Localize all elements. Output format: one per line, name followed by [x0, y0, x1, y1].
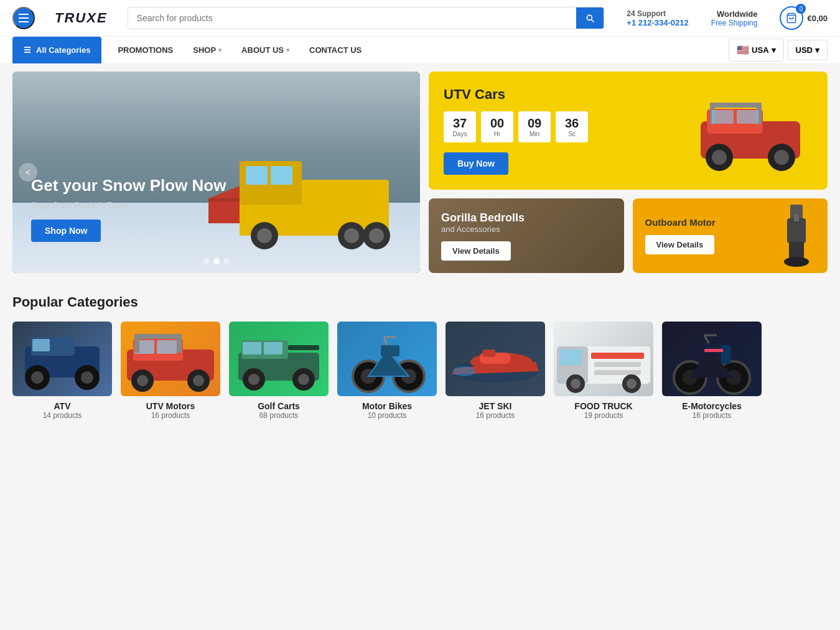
category-image-emoto	[662, 322, 762, 396]
category-image-moto	[337, 322, 437, 396]
hero-title: Get your Snow Plow Now	[31, 176, 226, 195]
svg-rect-89	[704, 349, 723, 352]
slider-prev-button[interactable]: <	[19, 163, 37, 182]
nav-right: 🇺🇸 USA ▾ USD ▾	[729, 39, 828, 62]
svg-rect-42	[134, 334, 182, 339]
category-name-emoto: E-Motorcycles	[682, 401, 742, 411]
category-card-emoto[interactable]: E-Motorcycles 16 products	[662, 322, 762, 420]
cart-icon-wrap: 0	[780, 6, 803, 30]
countdown-min-label: Min	[525, 131, 544, 137]
foodtruck-svg	[554, 322, 653, 396]
countdown-hr: 00 Hr	[481, 111, 513, 142]
hamburger-icon	[19, 14, 29, 22]
svg-rect-39	[157, 340, 177, 354]
golf-cart-svg	[229, 322, 329, 396]
currency-label: USD	[796, 45, 813, 55]
logo-text: TRUXE	[55, 10, 108, 26]
category-count-atv: 14 products	[43, 411, 82, 420]
search-icon	[585, 13, 595, 23]
nav-item-contact[interactable]: CONTACT US	[299, 37, 371, 63]
category-image-golf	[229, 322, 329, 396]
countdown-min: 09 Min	[518, 111, 551, 142]
gorilla-view-details-button[interactable]: View Details	[441, 241, 511, 261]
utv-car-svg	[688, 90, 813, 171]
countdown-days-num: 37	[450, 116, 470, 131]
category-card-utv[interactable]: UTV Motors 16 products	[121, 322, 220, 420]
nav-item-shop[interactable]: SHOP ▾	[183, 37, 231, 63]
gorilla-content: Gorilla Bedrolls and Accessories View De…	[441, 211, 612, 261]
side-panels: UTV Cars 37 Days 00 Hr 09 Min	[429, 72, 828, 273]
category-card-jetski[interactable]: JET SKI 16 products	[446, 322, 545, 420]
cart-button[interactable]: 0 €0,00	[780, 6, 828, 30]
chevron-down-icon: ▾	[218, 47, 222, 53]
hamburger-button[interactable]	[12, 7, 35, 29]
svg-rect-31	[32, 339, 50, 351]
svg-point-21	[712, 150, 727, 165]
svg-rect-49	[288, 345, 319, 350]
hero-content: Get your Snow Plow Now Shop Great Deals …	[12, 157, 245, 273]
svg-point-33	[31, 371, 44, 384]
flag-icon: 🇺🇸	[737, 44, 749, 56]
shop-now-button[interactable]: Shop Now	[31, 220, 101, 242]
slider-dot-1[interactable]	[203, 258, 210, 264]
category-image-jetski	[446, 322, 545, 396]
svg-line-62	[384, 337, 387, 345]
slider-dot-2[interactable]	[213, 258, 220, 264]
all-categories-button[interactable]: ☰ All Categories	[12, 37, 101, 63]
chevron-down-icon: ▾	[286, 47, 289, 53]
gorilla-card: Gorilla Bedrolls and Accessories View De…	[429, 198, 624, 273]
svg-point-10	[369, 228, 384, 243]
search-button[interactable]	[576, 7, 604, 29]
gorilla-subtitle: and Accessories	[441, 225, 612, 234]
search-input[interactable]	[128, 7, 577, 29]
support-phone[interactable]: +1 212-334-0212	[627, 18, 688, 27]
support-label: 24 Support	[627, 9, 688, 18]
main-content: Get your Snow Plow Now Shop Great Deals …	[0, 64, 840, 440]
categories-grid: ATV 14 products	[12, 322, 828, 420]
gorilla-title: Gorilla Bedrolls	[441, 211, 612, 225]
countdown: 37 Days 00 Hr 09 Min 36	[444, 111, 588, 142]
locale-selector[interactable]: 🇺🇸 USA ▾	[729, 39, 783, 62]
nav-bar: ☰ All Categories PROMOTIONS SHOP ▾ ABOUT…	[0, 37, 840, 64]
svg-rect-72	[560, 350, 582, 365]
search-bar	[128, 7, 605, 29]
svg-rect-19	[737, 110, 758, 124]
countdown-hr-label: Hr	[487, 131, 507, 137]
all-categories-icon: ☰	[24, 45, 31, 55]
outboard-motor-svg	[772, 205, 821, 273]
svg-rect-50	[243, 342, 261, 354]
svg-point-46	[193, 375, 204, 386]
category-card-golf[interactable]: Golf Carts 68 products	[229, 322, 329, 420]
logo[interactable]: TRUXE	[55, 10, 108, 26]
category-name-atv: ATV	[54, 401, 71, 411]
slider-dot-3[interactable]	[223, 258, 230, 264]
category-card-moto[interactable]: Motor Bikes 10 products	[337, 322, 437, 420]
svg-rect-18	[712, 110, 734, 124]
category-card-atv[interactable]: ATV 14 products	[12, 322, 112, 420]
outboard-view-details-button[interactable]: View Details	[645, 235, 715, 254]
locale-chevron-icon: ▾	[772, 45, 776, 55]
shipping-title: Worldwide	[711, 9, 758, 19]
svg-rect-4	[271, 166, 292, 185]
shipping-sub: Free Shipping	[711, 19, 758, 27]
category-card-foodtruck[interactable]: FOOD TRUCK 19 products	[554, 322, 653, 420]
category-image-foodtruck	[554, 322, 653, 396]
outboard-card: Outboard Motor View Details	[633, 198, 828, 273]
atv-svg	[12, 322, 112, 396]
svg-point-53	[248, 374, 259, 385]
all-categories-label: All Categories	[36, 45, 90, 55]
svg-rect-25	[787, 218, 806, 243]
buy-now-button[interactable]: Buy Now	[444, 152, 508, 175]
currency-selector[interactable]: USD ▾	[788, 40, 828, 60]
hero-subtitle: Shop Great Deals At Truxe	[31, 200, 226, 210]
svg-rect-3	[246, 166, 268, 185]
nav-item-about[interactable]: ABOUT US ▾	[231, 37, 299, 63]
nav-item-promotions[interactable]: PROMOTIONS	[108, 37, 183, 63]
countdown-hr-num: 00	[487, 116, 507, 131]
svg-line-87	[704, 335, 709, 343]
cart-icon	[786, 12, 797, 24]
jetski-svg	[446, 322, 545, 396]
category-count-foodtruck: 19 products	[584, 411, 623, 420]
category-count-utv: 16 products	[151, 411, 190, 420]
countdown-days-label: Days	[450, 131, 470, 137]
